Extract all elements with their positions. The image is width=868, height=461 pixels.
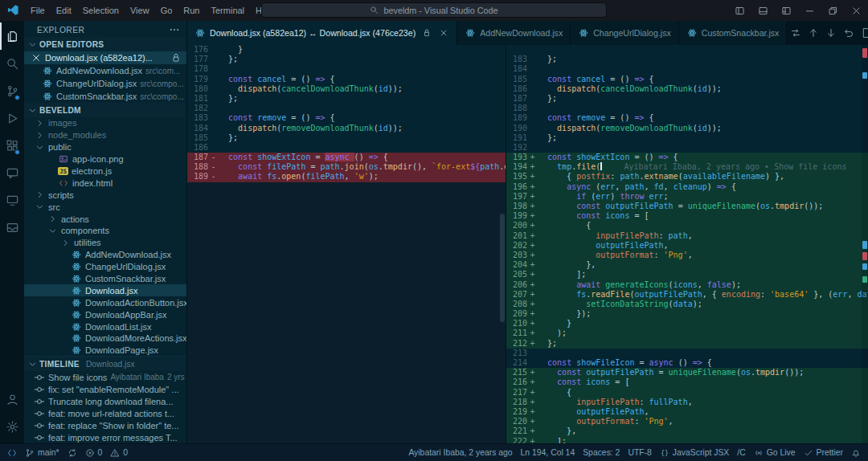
code-line-197[interactable]: 197+ if (err) throw err; [506, 192, 868, 202]
code-line-222[interactable]: 222+ ]; [506, 437, 868, 444]
code-line-180[interactable]: 180 dispatch(cancelDownloadThunk(id)); [187, 84, 506, 94]
restore-button[interactable] [821, 0, 845, 21]
folder-section-header[interactable]: BEVELDM [24, 103, 186, 117]
activity-item-search[interactable] [0, 50, 24, 77]
code-line-200[interactable]: 200+ { [506, 221, 868, 230]
menu-item-view[interactable]: View [125, 2, 155, 18]
warning-count[interactable]: 0 [106, 444, 132, 461]
sync-changes[interactable] [63, 444, 81, 461]
prettier[interactable]: Prettier [800, 444, 848, 461]
activity-item-settings[interactable] [0, 413, 24, 440]
activity-item-source-control[interactable] [0, 77, 24, 104]
tab-changeurldialog-jsx[interactable]: ChangeUrlDialog.jsx [571, 21, 679, 45]
inline-view-toggle[interactable] [787, 25, 804, 42]
menu-item-edit[interactable]: Edit [51, 2, 77, 18]
tree-folder-src[interactable]: src [24, 201, 186, 213]
code-line-184[interactable]: 184 [506, 64, 868, 74]
code-line-209[interactable]: 209+ }); [506, 309, 868, 319]
open-editors-header[interactable]: OPEN EDITORS [24, 37, 186, 51]
code-line-196[interactable]: 196+ async (err, path, fd, cleanup) => { [506, 182, 868, 192]
timeline-item-show-file-icons[interactable]: Show file iconsAyibatari Ibaba2 yrs [24, 371, 186, 383]
code-line-181[interactable]: 181 }; [187, 94, 506, 104]
tree-folder-node-modules[interactable]: node_modules [24, 129, 186, 141]
scrollbar-thumb[interactable] [500, 214, 505, 322]
gitlens-blame[interactable]: Ayibatari Ibaba, 2 years ago [404, 444, 516, 461]
code-line-221[interactable]: 221+ }, [506, 426, 868, 436]
code-line-187[interactable]: 187- const showExtIcon = async () => { [187, 153, 506, 162]
tree-file-download-jsx[interactable]: Download.jsx [24, 284, 186, 296]
code-line-198[interactable]: 198+ const outputFilePath = uniqueFilena… [506, 202, 868, 211]
code-line-207[interactable]: 207+ fs.readFile(outputFilePath, { encod… [506, 290, 868, 300]
tab-addnewdownload-jsx[interactable]: AddNewDownload.jsx [457, 21, 571, 45]
activity-item-extensions[interactable] [0, 132, 24, 159]
code-line-190[interactable]: 190 dispatch(removeDownloadThunk(id)); [506, 124, 868, 133]
menu-item-file[interactable]: File [25, 2, 51, 18]
indentation[interactable]: Spaces: 2 [579, 444, 624, 461]
menu-item-go[interactable]: Go [155, 2, 178, 18]
code-line-206[interactable]: 206+ await generateIcons(icons, false); [506, 280, 868, 290]
tree-folder-scripts[interactable]: scripts [24, 189, 186, 201]
code-line-178[interactable]: 178 [187, 64, 506, 74]
activity-item-explorer[interactable] [0, 22, 24, 50]
activity-item-inbox[interactable] [0, 214, 24, 241]
close-small-icon[interactable] [31, 52, 42, 63]
open-editor-changeurldialog-jsx[interactable]: ChangeUrlDialog.jsxsrc\compo... [24, 77, 186, 90]
cursor-position[interactable]: Ln 194, Col 14 [517, 444, 579, 461]
tree-file-customsnackbar-jsx[interactable]: CustomSnackbar.jsx [24, 273, 186, 285]
code-line-182[interactable]: 182 [187, 104, 506, 113]
code-line-220[interactable]: 220+ outputFormat: 'Png', [506, 417, 868, 426]
encoding[interactable]: UTF-8 [624, 444, 655, 461]
code-line-213[interactable]: 213 [506, 349, 868, 358]
code-line-210[interactable]: 210+ } [506, 319, 868, 328]
timeline-header[interactable]: TIMELINE Download.jsx [24, 357, 186, 371]
code-line-186[interactable]: 186 [187, 143, 506, 153]
timeline-item-fix-set-enableremotemodule[interactable]: fix: set "enableRemoteModule" ... [24, 383, 186, 395]
next-change[interactable] [822, 25, 839, 42]
code-line-185[interactable]: 185 }; [187, 133, 506, 143]
code-line-184[interactable]: 184 dispatch(removeDownloadThunk(id)); [187, 124, 506, 133]
code-line-192[interactable]: 192 [506, 143, 868, 153]
tab-download-jsx-a582ea12-download-jsx-476ce23e[interactable]: Download.jsx (a582ea12) ↔ Download.jsx (… [187, 21, 457, 45]
extension-indicator[interactable]: /C [733, 444, 749, 461]
tree-file-addnewdownload-jsx[interactable]: AddNewDownload.jsx [24, 249, 186, 261]
code-line-188[interactable]: 188- const filePath = path.join(os.tmpdi… [187, 162, 506, 172]
previous-change[interactable] [805, 25, 821, 42]
menu-item-run[interactable]: Run [178, 2, 205, 18]
activity-item-chat[interactable] [0, 159, 24, 186]
revert-change[interactable] [840, 25, 857, 42]
toggle-panel-button[interactable] [751, 0, 775, 21]
code-line-179[interactable]: 179 const cancel = () => { [187, 75, 506, 84]
tree-folder-actions[interactable]: actions [24, 213, 186, 225]
open-editor-addnewdownload-jsx[interactable]: AddNewDownload.jsxsrc\com... [24, 64, 186, 77]
code-line-188[interactable]: 188 [506, 104, 868, 113]
tree-file-downloadlist-jsx[interactable]: DownloadList.jsx [24, 320, 186, 332]
tree-folder-utilities[interactable]: utilities [24, 237, 186, 249]
error-count[interactable]: 0 [81, 444, 107, 461]
code-line-194[interactable]: 194+ tmp.file(Ayibatari Ibaba, 2 years a… [506, 162, 868, 172]
diff-original-pane[interactable]: 176 }177 };178179 const cancel = () => {… [187, 45, 506, 443]
tree-folder-components[interactable]: components [24, 225, 186, 237]
timeline-item-feat-move-url-related-actions-t[interactable]: feat: move url-related actions t... [24, 407, 186, 419]
timeline-item-feat-improve-error-messages-t[interactable]: feat: improve error messages T... [24, 431, 186, 443]
git-branch[interactable]: main* [21, 444, 63, 461]
code-line-183[interactable]: 183 const remove = () => { [187, 113, 506, 123]
notifications[interactable] [847, 444, 865, 461]
code-line-195[interactable]: 195+ { postfix: path.extname(availableFi… [506, 172, 868, 182]
code-line-219[interactable]: 219+ outputFilePath, [506, 407, 868, 417]
menu-item-selection[interactable]: Selection [77, 2, 125, 18]
tree-file-downloadmoreactions-jsx[interactable]: DownloadMoreActions.jsx [24, 332, 186, 345]
language-mode[interactable]: {}JavaScript JSX [656, 444, 733, 461]
more-actions-icon[interactable] [169, 24, 180, 35]
tree-file-downloadpage-jsx[interactable]: DownloadPage.jsx [24, 345, 186, 356]
menu-item-terminal[interactable]: Terminal [206, 2, 251, 18]
code-line-189[interactable]: 189- await fs.open(filePath, 'w'); [187, 172, 506, 182]
go-live[interactable]: Go Live [750, 444, 800, 461]
code-line-185[interactable]: 185 const cancel = () => { [506, 75, 868, 84]
activity-item-remote-explorer[interactable] [0, 186, 24, 214]
code-line-204[interactable]: 204+ }, [506, 260, 868, 270]
code-line-189[interactable]: 189 const remove = () => { [506, 113, 868, 123]
left-scrollbar[interactable] [498, 45, 506, 443]
customize-layout-button[interactable] [775, 0, 798, 21]
code-line-218[interactable]: 218+ inputFilePath: fullPath, [506, 398, 868, 407]
toggle-sidebar-button[interactable] [728, 0, 751, 21]
